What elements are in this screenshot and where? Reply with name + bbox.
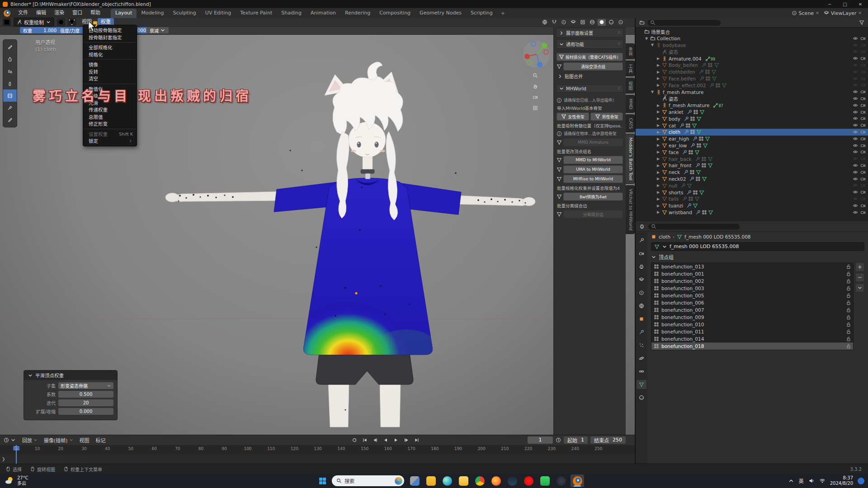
minimize-button[interactable]: ─ <box>822 0 837 8</box>
outliner-row-Collection[interactable]: ▼Collection <box>636 35 868 42</box>
start-button[interactable] <box>316 475 328 487</box>
hide-viewport-icon[interactable] <box>853 189 858 195</box>
disable-render-icon[interactable] <box>860 103 866 108</box>
menu-item-规格化[interactable]: 规格化 <box>83 51 137 58</box>
shading-material-button[interactable] <box>607 19 615 26</box>
menu-编辑[interactable]: 编辑 <box>32 8 50 18</box>
workspace-tab-compositing[interactable]: Compositing <box>375 9 415 18</box>
button-MHRise to MHWorld[interactable]: MHRise to MHWorld <box>563 175 623 183</box>
filter-icon[interactable] <box>859 20 864 25</box>
button-UMA to MHWorld[interactable]: UMA to MHWorld <box>563 165 623 174</box>
lock-open-icon[interactable] <box>846 307 851 313</box>
outliner-row-姿态[interactable]: 姿态 <box>636 95 868 102</box>
menu-文件[interactable]: 文件 <box>14 8 32 18</box>
expand-caret[interactable]: ▶ <box>656 123 660 127</box>
properties-tab-physics[interactable] <box>637 354 646 363</box>
panel-header-展示面板设置[interactable]: 展示面板设置⠿ <box>556 28 623 38</box>
timeline-track[interactable] <box>0 454 635 464</box>
disable-render-icon[interactable] <box>860 116 866 121</box>
scene-unlink-icon[interactable]: ✕ <box>816 11 819 15</box>
disable-render-icon[interactable] <box>860 62 866 68</box>
panel-header-通用功能[interactable]: 通用功能⠿ <box>556 39 623 49</box>
button-清除空顶点组[interactable]: 清除空顶点组 <box>563 62 623 70</box>
button-按材质分离（需要CATS插件）[interactable]: 按材质分离（需要CATS插件） <box>557 53 623 61</box>
disable-render-icon[interactable] <box>860 149 866 155</box>
lock-open-icon[interactable] <box>846 314 851 320</box>
add-workspace-button[interactable]: + <box>497 9 509 18</box>
prev-keyframe-button[interactable] <box>371 436 379 444</box>
hide-viewport-icon[interactable] <box>853 103 858 108</box>
vertex-mask-toggle[interactable] <box>68 19 76 26</box>
disable-render-icon[interactable] <box>860 163 866 168</box>
overlays-button[interactable] <box>569 19 577 26</box>
menu-item-反转[interactable]: 反转 <box>83 68 137 75</box>
taskbar-app-edge[interactable] <box>440 474 454 487</box>
expand-caret[interactable]: ▶ <box>656 197 660 201</box>
viewport-canvas[interactable]: 用户透视 (1) cloth 平滑顶点权 <box>0 35 635 435</box>
shading-solid-button[interactable] <box>598 19 606 26</box>
properties-tab-object-data[interactable] <box>637 380 646 389</box>
disable-render-icon[interactable] <box>860 176 866 182</box>
menu-帮助[interactable]: 帮助 <box>86 8 104 18</box>
hide-viewport-icon[interactable] <box>853 183 858 188</box>
properties-editor-icon[interactable] <box>639 224 645 229</box>
outliner-row-anklet[interactable]: ▶anklet <box>636 109 868 116</box>
outliner-row-clothbeifen[interactable]: ▶clothbeifen <box>636 69 868 75</box>
taskbar-app-blender[interactable] <box>571 474 584 487</box>
hide-viewport-icon[interactable] <box>853 76 858 81</box>
hide-viewport-icon[interactable] <box>853 176 858 182</box>
expand-caret[interactable]: ▼ <box>644 37 649 41</box>
taskbar-app-chrome[interactable] <box>473 474 486 487</box>
disable-render-icon[interactable] <box>860 56 866 61</box>
properties-search-input[interactable] <box>648 224 740 230</box>
expand-caret[interactable]: ▶ <box>656 103 660 108</box>
hide-viewport-icon[interactable] <box>853 143 858 148</box>
lock-open-icon[interactable] <box>846 300 851 305</box>
notification-badge[interactable] <box>858 478 864 484</box>
taskbar-app-wechat[interactable] <box>538 474 552 487</box>
lock-open-icon[interactable] <box>846 329 851 334</box>
vertex-group-row[interactable]: bonefunction_002 <box>651 277 853 285</box>
outliner-row-shorts[interactable]: ▶shorts <box>636 189 868 196</box>
viewport-pan-hand-button[interactable] <box>533 84 538 90</box>
hide-viewport-icon[interactable] <box>853 203 858 208</box>
hide-viewport-icon[interactable] <box>853 196 858 202</box>
viewlayer-selector[interactable]: ViewLayer ✕ <box>824 10 862 16</box>
hide-viewport-icon[interactable] <box>853 169 858 175</box>
disable-render-icon[interactable] <box>860 203 866 208</box>
tool-gradient-tool[interactable] <box>3 89 17 102</box>
expand-caret[interactable]: ▶ <box>656 170 660 174</box>
outliner-row-Face_effect.002[interactable]: ▶Face_effect.002 <box>636 82 868 89</box>
hide-viewport-icon[interactable] <box>853 96 858 101</box>
menu-渲染[interactable]: 渲染 <box>50 8 68 18</box>
timeline-menu-标记[interactable]: 标记 <box>96 436 106 444</box>
properties-tab-output[interactable] <box>637 262 646 271</box>
disable-render-icon[interactable] <box>860 156 866 161</box>
expand-caret[interactable]: ▶ <box>656 83 660 87</box>
lock-open-icon[interactable] <box>846 286 851 291</box>
vertex-group-row[interactable]: bonefunction_009 <box>651 314 853 321</box>
expand-caret[interactable]: ▶ <box>656 130 660 134</box>
disable-render-icon[interactable] <box>860 49 866 54</box>
taskbar-app-folder[interactable] <box>457 474 470 487</box>
outliner-row-hair_front[interactable]: ▶hair_front <box>636 162 868 169</box>
snap-magnet-button[interactable] <box>550 19 558 26</box>
disable-render-icon[interactable] <box>860 89 866 94</box>
outliner-row-Body_beifen[interactable]: ▶Body_beifen <box>636 62 868 69</box>
n-panel-tab-工具[interactable]: 工具 <box>626 61 635 76</box>
taskbar-app-netease-music[interactable] <box>522 474 535 487</box>
expand-caret[interactable]: ▶ <box>656 56 660 61</box>
menu-item-按骨骼封套指定[interactable]: 按骨骼封套指定 <box>83 34 137 41</box>
workspace-tab-texture-paint[interactable]: Texture Paint <box>236 9 277 18</box>
workspace-tab-layout[interactable]: Layout <box>111 9 137 18</box>
outliner-row-Armature.004[interactable]: ▶Armature.00499 <box>636 55 868 62</box>
outliner-row-hair_back[interactable]: ▶hair_back <box>636 155 868 162</box>
falloff-dropdown[interactable]: 衰减 <box>146 27 169 33</box>
weather-widget[interactable]: 27°C 多云 <box>5 475 59 486</box>
workspace-tab-animation[interactable]: Animation <box>306 9 340 18</box>
viewlayer-unlink-icon[interactable]: ✕ <box>858 11 862 15</box>
disable-render-icon[interactable] <box>860 196 866 202</box>
vertex-group-row[interactable]: bonefunction_007 <box>651 306 853 314</box>
hide-viewport-icon[interactable] <box>853 109 858 115</box>
n-panel-tab-MMD[interactable]: MMD <box>626 95 635 113</box>
